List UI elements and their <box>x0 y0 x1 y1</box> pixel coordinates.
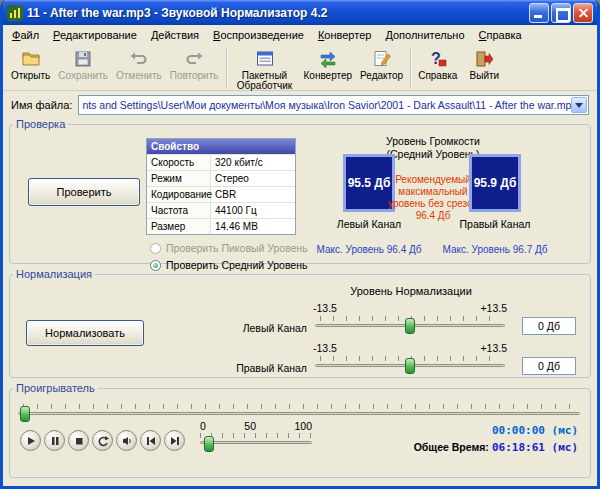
table-row: Частота 44100 Гц <box>147 202 295 218</box>
player-group-title: Проигрыватель <box>13 382 98 394</box>
scale-min-label: -13.5 <box>313 302 337 314</box>
undo-button[interactable]: Отменить <box>112 47 166 81</box>
scale-max-label: +13.5 <box>480 342 507 354</box>
batch-processor-button[interactable]: Пакетный Обработчик <box>230 47 300 91</box>
previous-button[interactable] <box>140 430 161 451</box>
filename-label: Имя файла: <box>11 99 72 111</box>
slider-track[interactable] <box>18 412 580 415</box>
player-buttons <box>20 430 185 451</box>
volume-scale-50: 50 <box>244 420 256 432</box>
redo-button[interactable]: Повторить <box>166 47 223 81</box>
slider-handle[interactable] <box>20 406 30 422</box>
right-channel-label: Правый Канал <box>455 218 535 230</box>
normalize-button[interactable]: Нормализовать <box>26 320 144 346</box>
left-channel-label: Левый Канал <box>175 322 307 334</box>
app-window: 11 - After the war.mp3 - Звуковой Нормал… <box>0 0 600 489</box>
exit-button[interactable]: Выйти <box>461 47 507 81</box>
pause-button[interactable] <box>44 430 65 451</box>
volume-slider[interactable] <box>200 438 312 458</box>
normalization-group-title: Нормализация <box>13 268 95 280</box>
menu-actions[interactable]: Действия <box>144 27 206 43</box>
maximize-button[interactable] <box>551 3 571 23</box>
slider-track[interactable] <box>200 441 312 444</box>
converter-button[interactable]: Конвертер <box>300 47 357 81</box>
help-button[interactable]: ? Справка <box>414 47 461 81</box>
menu-help[interactable]: Справка <box>472 27 529 43</box>
app-icon[interactable] <box>7 5 23 21</box>
next-button[interactable] <box>164 430 185 451</box>
editor-icon <box>372 49 392 69</box>
close-button[interactable] <box>573 3 593 23</box>
slider-handle[interactable] <box>204 436 214 452</box>
converter-icon <box>318 49 338 69</box>
check-group-title: Проверка <box>13 118 68 130</box>
recommended-level-text: Рекомендуемый максимальный уровень без с… <box>388 174 478 222</box>
current-time: 00:00:00 (мс) <box>414 424 578 438</box>
menu-extra[interactable]: Дополнительно <box>378 27 471 43</box>
save-label: Сохранить <box>58 71 108 81</box>
minimize-button[interactable] <box>529 3 549 23</box>
menu-bar: Файл Редактирование Действия Воспроизвед… <box>3 25 597 44</box>
exit-icon <box>474 49 494 69</box>
menu-file[interactable]: Файл <box>5 27 46 43</box>
redo-label: Повторить <box>170 71 219 81</box>
save-button[interactable]: Сохранить <box>54 47 112 81</box>
slider-handle[interactable] <box>405 358 415 374</box>
slider-ticks <box>23 404 575 409</box>
left-normalization-slider[interactable] <box>315 316 505 336</box>
open-folder-icon <box>21 49 41 69</box>
open-button[interactable]: Открыть <box>7 47 54 81</box>
menu-edit[interactable]: Редактирование <box>46 27 144 43</box>
combo-dropdown-arrow-icon[interactable] <box>571 97 587 113</box>
undo-icon <box>129 49 149 69</box>
right-level-input[interactable]: 0 Дб <box>522 357 576 375</box>
editor-button[interactable]: Редактор <box>356 47 407 81</box>
svg-text:?: ? <box>431 50 441 67</box>
converter-label: Конвертер <box>304 71 353 81</box>
redo-icon <box>184 49 204 69</box>
help-icon: ? <box>428 49 448 69</box>
play-button[interactable] <box>20 430 41 451</box>
toolbar-separator <box>410 48 411 88</box>
batch-processor-icon <box>255 49 275 69</box>
filename-row: Имя файла: nts and Settings\User\Мои док… <box>3 91 597 118</box>
property-value: 320 кбит/с <box>211 155 295 170</box>
title-bar: 11 - After the war.mp3 - Звуковой Нормал… <box>3 0 597 25</box>
filename-combobox[interactable]: nts and Settings\User\Мои документы\Моя … <box>78 95 589 115</box>
volume-scale-100: 100 <box>294 420 312 432</box>
slider-handle[interactable] <box>405 318 415 334</box>
repeat-icon <box>97 435 109 447</box>
check-button[interactable]: Проверить <box>28 178 140 206</box>
property-value: Стерео <box>211 171 295 186</box>
player-group: Проигрыватель <box>9 382 591 478</box>
open-label: Открыть <box>11 71 50 81</box>
property-name: Размер <box>147 219 211 234</box>
time-display: 00:00:00 (мс) Общее Время: 06:18:61 (мс) <box>414 424 578 455</box>
left-max-level: Макс. Уровень 96.4 Дб <box>314 244 424 255</box>
toolbar-separator <box>226 48 227 88</box>
menu-converter[interactable]: Конвертер <box>311 27 378 43</box>
stop-button[interactable] <box>68 430 89 451</box>
total-time: 06:18:61 (мс) <box>492 441 578 454</box>
property-name: Режим <box>147 171 211 186</box>
volume-button[interactable] <box>116 430 137 451</box>
menu-playback[interactable]: Воспроизведение <box>206 27 311 43</box>
volume-title-line1: Уровень Громкости <box>373 135 493 148</box>
property-name: Частота <box>147 203 211 218</box>
left-slider-scale: -13.5 +13.5 <box>313 302 507 314</box>
table-row: Кодирование CBR <box>147 186 295 202</box>
table-row: Скорость 320 кбит/с <box>147 154 295 170</box>
volume-scale-labels: 0 50 100 <box>200 420 312 432</box>
repeat-button[interactable] <box>92 430 113 451</box>
radio-peak-level[interactable]: Проверить Пиковый Уровень <box>150 242 308 254</box>
window-title: 11 - After the war.mp3 - Звуковой Нормал… <box>27 6 525 20</box>
right-slider-scale: -13.5 +13.5 <box>313 342 507 354</box>
speaker-icon <box>121 435 133 447</box>
editor-label: Редактор <box>360 71 403 81</box>
volume-scale-0: 0 <box>200 420 206 432</box>
left-level-input[interactable]: 0 Дб <box>522 317 576 335</box>
stop-icon <box>73 435 85 447</box>
scale-max-label: +13.5 <box>480 302 507 314</box>
right-normalization-slider[interactable] <box>315 356 505 376</box>
table-row: Размер 14.46 MB <box>147 218 295 234</box>
